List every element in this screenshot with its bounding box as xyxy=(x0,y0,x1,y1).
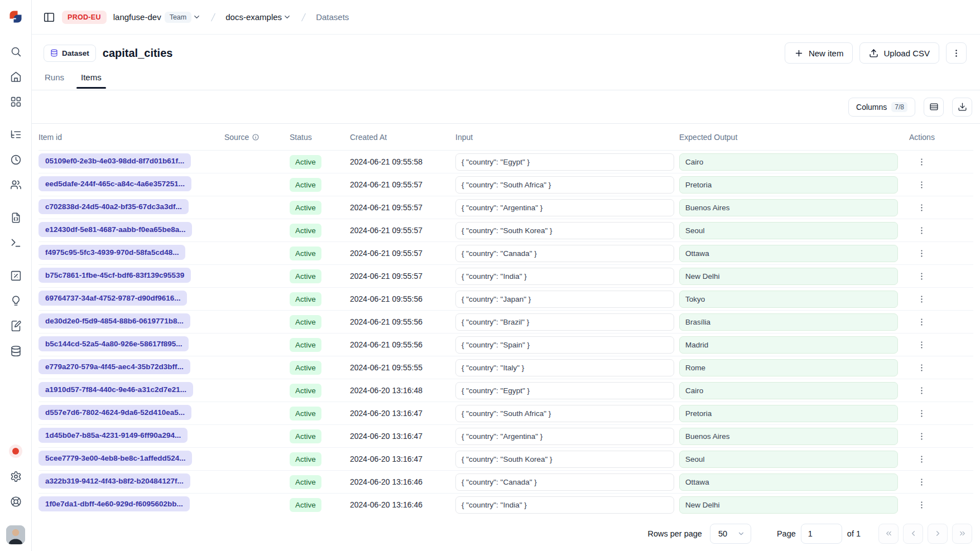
item-id-pill[interactable]: a322b319-9412-4f43-b8f2-b20484127f... xyxy=(39,473,190,489)
row-actions-menu-button[interactable] xyxy=(914,291,929,307)
table-row[interactable]: eed5dafe-244f-465c-a84c-4a6e357251... Ac… xyxy=(39,173,973,196)
last-page-button[interactable] xyxy=(952,524,972,544)
next-page-button[interactable] xyxy=(928,524,948,544)
sidebar-item-dashboards[interactable] xyxy=(4,90,27,113)
table-row[interactable]: e779a270-579a-4f45-aec4-35b72d3bff... Ac… xyxy=(39,356,973,379)
tab-runs[interactable]: Runs xyxy=(44,71,65,88)
row-actions-menu-button[interactable] xyxy=(914,405,929,421)
row-actions-menu-button[interactable] xyxy=(914,245,929,261)
item-id-cell: c702838d-24d5-40a2-bf35-67dc3a3df... xyxy=(39,199,224,216)
input-cell: { "country": "Argentina" } xyxy=(455,199,679,216)
project-selector[interactable]: docs-examples xyxy=(225,12,291,22)
sidebar-item-sessions[interactable] xyxy=(4,148,27,171)
item-id-pill[interactable]: e779a270-579a-4f45-aec4-35b72d3bff... xyxy=(39,359,190,374)
sidebar-item-traces[interactable] xyxy=(4,123,27,146)
table-row[interactable]: 05109ef0-2e3b-4e03-98dd-8f7d01b61f... Ac… xyxy=(39,151,973,173)
item-id-pill[interactable]: b5c144cd-52a5-4a80-926e-58617f895... xyxy=(39,336,189,351)
item-id-pill[interactable]: d557e7d6-7802-4624-9da6-52d410ea5... xyxy=(39,405,191,420)
item-id-pill[interactable]: f4975c95-5fc3-4939-970d-58fa5cd48... xyxy=(39,245,185,260)
first-page-button[interactable] xyxy=(878,524,899,544)
created-at-cell: 2024-06-21 09:55:57 xyxy=(350,249,455,258)
table-row[interactable]: b75c7861-1fbe-45cf-bdf6-83f139c95539 Act… xyxy=(39,265,973,288)
table-row[interactable]: f4975c95-5fc3-4939-970d-58fa5cd48... Act… xyxy=(39,242,973,265)
table-row[interactable]: de30d2e0-f5d9-4854-88b6-0619771b8... Act… xyxy=(39,311,973,334)
support-lifebuoy-icon xyxy=(10,496,22,508)
row-actions-menu-button[interactable] xyxy=(914,223,929,238)
table-row[interactable]: a322b319-9412-4f43-b8f2-b20484127f... Ac… xyxy=(39,471,973,494)
item-id-pill[interactable]: c702838d-24d5-40a2-bf35-67dc3a3df... xyxy=(39,199,189,214)
item-id-pill[interactable]: 05109ef0-2e3b-4e03-98dd-8f7d01b61f... xyxy=(39,153,191,168)
info-icon[interactable] xyxy=(252,133,260,141)
row-actions-menu-button[interactable] xyxy=(914,497,929,513)
status-badge: Active xyxy=(290,224,321,238)
new-item-button[interactable]: New item xyxy=(785,42,853,64)
table-row[interactable]: a1910d57-7f84-440c-9e46-a31c2d7e21... Ac… xyxy=(39,379,973,402)
row-actions-menu-button[interactable] xyxy=(914,314,929,330)
table-row[interactable]: d557e7d6-7802-4624-9da6-52d410ea5... Act… xyxy=(39,402,973,425)
slash-separator-icon xyxy=(208,12,219,23)
previous-page-button[interactable] xyxy=(903,524,923,544)
sidebar-item-users[interactable] xyxy=(4,173,27,196)
rows-per-page-select[interactable]: 50 xyxy=(710,524,751,544)
header-input: Input xyxy=(455,133,679,142)
item-id-pill[interactable]: 1d45b0e7-b85a-4231-9149-6ff90a294... xyxy=(39,428,188,443)
page-number-input[interactable] xyxy=(801,524,842,544)
actions-cell xyxy=(909,314,973,330)
row-actions-menu-button[interactable] xyxy=(914,451,929,467)
expected-output-preview: Seoul xyxy=(679,222,898,239)
table-row[interactable]: 1f0e7da1-dbff-4e60-929d-f6095602bb... Ac… xyxy=(39,494,973,516)
project-dropdown-button[interactable] xyxy=(283,13,291,21)
page-more-actions-button[interactable] xyxy=(946,42,967,64)
sidebar-item-support[interactable] xyxy=(4,490,27,513)
item-id-pill[interactable]: de30d2e0-f5d9-4854-88b6-0619771b8... xyxy=(39,313,190,328)
row-actions-menu-button[interactable] xyxy=(914,383,929,398)
export-download-button[interactable] xyxy=(952,98,972,117)
item-id-pill[interactable]: a1910d57-7f84-440c-9e46-a31c2d7e21... xyxy=(39,382,193,397)
sidebar-item-annotations[interactable] xyxy=(4,315,27,337)
langfuse-logo[interactable] xyxy=(8,9,23,25)
row-actions-menu-button[interactable] xyxy=(914,268,929,284)
table-row[interactable]: 1d45b0e7-b85a-4231-9149-6ff90a294... Act… xyxy=(39,425,973,448)
columns-button[interactable]: Columns 7/8 xyxy=(848,98,915,117)
created-at-cell: 2024-06-20 13:16:47 xyxy=(350,409,455,418)
row-actions-menu-button[interactable] xyxy=(914,337,929,352)
row-height-button[interactable] xyxy=(924,98,944,117)
user-avatar[interactable] xyxy=(6,525,25,544)
notification-dot[interactable] xyxy=(4,440,27,462)
table-row[interactable]: 5cee7779-3e00-4eb8-be8c-1affedd524... Ac… xyxy=(39,448,973,471)
row-actions-menu-button[interactable] xyxy=(914,360,929,375)
header-expected-output: Expected Output xyxy=(679,133,909,142)
tab-items[interactable]: Items xyxy=(80,71,103,88)
row-actions-menu-button[interactable] xyxy=(914,428,929,444)
table-row[interactable]: 69764737-34af-4752-9787-d90df9616... Act… xyxy=(39,288,973,311)
item-id-pill[interactable]: 69764737-34af-4752-9787-d90df9616... xyxy=(39,291,187,306)
item-id-pill[interactable]: b75c7861-1fbe-45cf-bdf6-83f139c95539 xyxy=(39,268,191,283)
table-row[interactable]: b5c144cd-52a5-4a80-926e-58617f895... Act… xyxy=(39,334,973,356)
sidebar-item-settings[interactable] xyxy=(4,465,27,487)
item-id-pill[interactable]: 5cee7779-3e00-4eb8-be8c-1affedd524... xyxy=(39,451,192,466)
prompts-file-icon xyxy=(10,212,22,224)
sidebar-item-datasets[interactable] xyxy=(4,340,27,362)
upload-csv-button[interactable]: Upload CSV xyxy=(859,42,939,64)
row-actions-menu-button[interactable] xyxy=(914,200,929,215)
kebab-menu-icon xyxy=(917,317,926,327)
row-actions-menu-button[interactable] xyxy=(914,474,929,490)
sidebar-item-home[interactable] xyxy=(4,65,27,88)
sidebar-item-insights[interactable] xyxy=(4,289,27,312)
item-id-pill[interactable]: eed5dafe-244f-465c-a84c-4a6e357251... xyxy=(39,176,191,191)
sidebar-item-evaluators[interactable] xyxy=(4,264,27,287)
org-dropdown-button[interactable] xyxy=(193,13,201,21)
row-actions-menu-button[interactable] xyxy=(914,154,929,170)
expected-output-cell: Buenos Aires xyxy=(679,428,909,445)
sidebar-toggle-button[interactable] xyxy=(43,11,55,23)
table-row[interactable]: e12430df-5e81-4687-aabb-f0ea65be8a... Ac… xyxy=(39,219,973,242)
sidebar-item-prompts[interactable] xyxy=(4,206,27,229)
traces-list-icon xyxy=(10,129,22,141)
table-row[interactable]: c702838d-24d5-40a2-bf35-67dc3a3df... Act… xyxy=(39,196,973,219)
sidebar-item-playground[interactable] xyxy=(4,231,27,254)
org-selector[interactable]: langfuse-dev Team xyxy=(113,12,201,23)
sidebar-item-search[interactable] xyxy=(4,40,27,62)
row-actions-menu-button[interactable] xyxy=(914,177,929,192)
item-id-pill[interactable]: 1f0e7da1-dbff-4e60-929d-f6095602bb... xyxy=(39,496,190,511)
item-id-pill[interactable]: e12430df-5e81-4687-aabb-f0ea65be8a... xyxy=(39,222,192,237)
